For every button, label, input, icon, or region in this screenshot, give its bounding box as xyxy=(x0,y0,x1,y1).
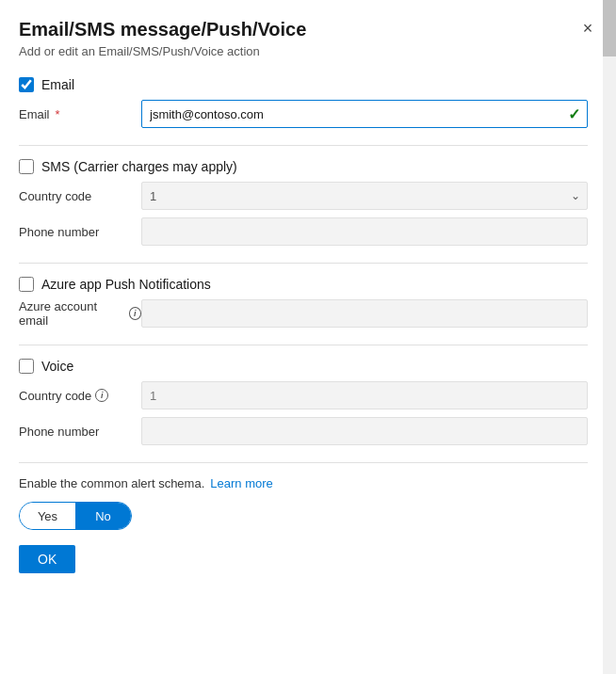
email-checkbox[interactable] xyxy=(19,77,34,92)
scrollbar-track[interactable] xyxy=(603,0,616,674)
push-checkbox-label[interactable]: Azure app Push Notifications xyxy=(41,277,211,292)
dialog-title: Email/SMS message/Push/Voice xyxy=(19,19,571,40)
divider-3 xyxy=(19,345,588,345)
email-checkbox-label[interactable]: Email xyxy=(41,77,74,92)
sms-checkbox-label[interactable]: SMS (Carrier charges may apply) xyxy=(41,159,237,174)
dialog-header: Email/SMS message/Push/Voice Add or edit… xyxy=(0,0,616,64)
email-section: Email Email * ✓ xyxy=(19,77,588,128)
sms-phone-number-row: Phone number xyxy=(19,217,588,246)
alert-schema-row: Enable the common alert schema. Learn mo… xyxy=(19,476,588,490)
sms-phone-number-label: Phone number xyxy=(19,225,141,239)
voice-checkbox-row: Voice xyxy=(19,359,588,374)
voice-phone-number-input[interactable] xyxy=(141,417,588,445)
push-checkbox-row: Azure app Push Notifications xyxy=(19,277,588,292)
push-email-label: Azure account email i xyxy=(19,299,141,328)
sms-country-code-select[interactable]: 1 xyxy=(141,182,588,210)
push-checkbox[interactable] xyxy=(19,277,34,292)
voice-phone-number-label: Phone number xyxy=(19,425,141,439)
sms-phone-number-input[interactable] xyxy=(141,217,588,246)
voice-country-code-input[interactable] xyxy=(141,381,588,409)
dialog-body: Email Email * ✓ SMS (Carrier charges may… xyxy=(0,64,616,674)
voice-section: Voice Country code i Phone number xyxy=(19,359,588,445)
email-required-marker: * xyxy=(56,107,60,121)
push-section: Azure app Push Notifications Azure accou… xyxy=(19,277,588,328)
voice-checkbox[interactable] xyxy=(19,359,34,374)
push-email-row: Azure account email i xyxy=(19,299,588,328)
email-input[interactable] xyxy=(141,100,588,128)
voice-country-code-row: Country code i xyxy=(19,381,588,409)
sms-section: SMS (Carrier charges may apply) Country … xyxy=(19,159,588,246)
toggle-yes-button[interactable]: Yes xyxy=(20,503,75,529)
email-input-wrapper: ✓ xyxy=(141,100,588,128)
dialog-subtitle: Add or edit an Email/SMS/Push/Voice acti… xyxy=(19,44,571,58)
voice-info-icon: i xyxy=(95,389,108,402)
email-check-icon: ✓ xyxy=(568,105,580,123)
divider-2 xyxy=(19,263,588,264)
voice-phone-number-row: Phone number xyxy=(19,417,588,445)
push-email-input[interactable] xyxy=(141,299,588,328)
close-button[interactable]: × xyxy=(575,15,601,41)
learn-more-link[interactable]: Learn more xyxy=(210,476,272,490)
divider-1 xyxy=(19,145,588,146)
ok-button[interactable]: OK xyxy=(19,545,75,573)
alert-schema-label: Enable the common alert schema. xyxy=(19,476,204,490)
toggle-group: Yes No xyxy=(19,502,132,530)
push-info-icon: i xyxy=(129,307,141,320)
email-label: Email * xyxy=(19,107,141,121)
voice-country-code-label: Country code i xyxy=(19,389,141,403)
dialog: Email/SMS message/Push/Voice Add or edit… xyxy=(0,0,616,674)
divider-4 xyxy=(19,462,588,463)
email-checkbox-row: Email xyxy=(19,77,588,92)
sms-country-code-row: Country code 1 ⌄ xyxy=(19,182,588,210)
email-field-row: Email * ✓ xyxy=(19,100,588,128)
sms-checkbox-row: SMS (Carrier charges may apply) xyxy=(19,159,588,174)
toggle-no-button[interactable]: No xyxy=(75,503,131,529)
sms-country-code-wrapper: 1 ⌄ xyxy=(141,182,588,210)
sms-checkbox[interactable] xyxy=(19,159,34,174)
sms-country-code-label: Country code xyxy=(19,189,141,203)
voice-checkbox-label[interactable]: Voice xyxy=(41,359,73,374)
